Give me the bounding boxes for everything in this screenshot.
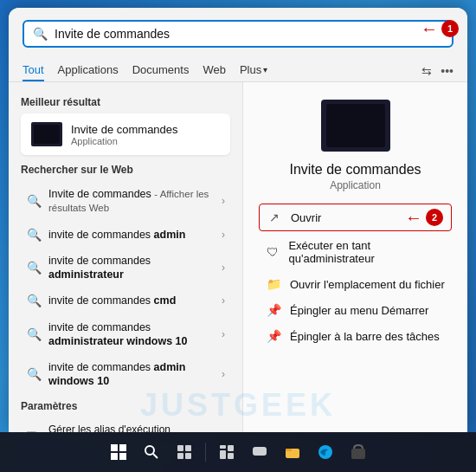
best-result-app-type: Application bbox=[71, 136, 178, 146]
svg-rect-7 bbox=[185, 445, 191, 451]
taskbar-search-icon bbox=[144, 444, 159, 460]
web-search-title: Rechercher sur le Web bbox=[21, 164, 230, 176]
taskbar bbox=[0, 432, 476, 472]
list-item[interactable]: 🔍 invite de commandes adminwindows 10 › bbox=[21, 354, 230, 395]
svg-rect-6 bbox=[177, 445, 183, 451]
search-tabs: Tout Applications Documents Web Plus ▾ ⇆… bbox=[9, 56, 467, 82]
list-item[interactable]: 🔍 Invite de commandes - Afficher les rés… bbox=[21, 181, 230, 222]
chevron-right-icon-5: › bbox=[222, 328, 225, 340]
svg-rect-1 bbox=[119, 444, 126, 451]
open-icon: ↗ bbox=[267, 210, 282, 224]
widgets-icon bbox=[219, 444, 235, 460]
tab-icons: ⇆ ••• bbox=[421, 64, 453, 78]
more-icon[interactable]: ••• bbox=[441, 64, 453, 78]
pin-icon: 📌 bbox=[266, 303, 281, 317]
tab-web[interactable]: Web bbox=[203, 60, 226, 81]
chevron-down-icon: ▾ bbox=[263, 65, 267, 74]
svg-rect-8 bbox=[177, 453, 183, 459]
svg-marker-15 bbox=[256, 456, 259, 458]
arrow-icon-1: ← bbox=[421, 20, 438, 37]
taskview-button[interactable] bbox=[170, 438, 198, 466]
app-icon-large bbox=[321, 100, 390, 152]
store-icon bbox=[351, 444, 366, 460]
share-icon[interactable]: ⇆ bbox=[421, 64, 432, 78]
taskbar-pin-icon: 📌 bbox=[266, 329, 281, 343]
folder-icon: 📁 bbox=[266, 277, 281, 291]
pin-start-button[interactable]: 📌 Épingler au menu Démarrer bbox=[259, 297, 452, 323]
open-location-label: Ouvrir l'emplacement du fichier bbox=[290, 278, 445, 291]
svg-rect-17 bbox=[286, 449, 292, 451]
svg-rect-13 bbox=[228, 453, 234, 459]
cmd-screen-small bbox=[34, 125, 60, 144]
right-app-name: Invite de commandes bbox=[289, 162, 421, 178]
svg-rect-3 bbox=[119, 453, 126, 460]
list-item[interactable]: ☰ Gérer les alias d'exécutiond'applicati… bbox=[21, 417, 230, 433]
right-panel: Invite de commandes Application ↗ Ouvrir… bbox=[242, 82, 467, 432]
list-item[interactable]: 🔍 invite de commandes cmd › bbox=[21, 288, 230, 314]
admin-run-label: Exécuter en tant qu'administrateur bbox=[288, 239, 445, 265]
search-web-icon-6: 🔍 bbox=[26, 367, 42, 381]
admin-run-button[interactable]: 🛡 Exécuter en tant qu'administrateur bbox=[259, 233, 452, 271]
tab-more[interactable]: Plus ▾ bbox=[240, 60, 267, 81]
chevron-right-icon-3: › bbox=[222, 262, 225, 274]
store-button[interactable] bbox=[344, 438, 372, 466]
search-overlay: 🔍 ← 1 Tout Applications Documents Web Pl… bbox=[9, 8, 467, 432]
params-section: Paramètres ☰ Gérer les alias d'exécution… bbox=[21, 400, 230, 433]
svg-rect-0 bbox=[111, 444, 118, 451]
left-panel: Meilleur résultat Invite de commandes Ap… bbox=[9, 82, 242, 432]
action-list: ↗ Ouvrir ← 2 🛡 Exécuter en tant qu'admin… bbox=[259, 204, 452, 349]
edge-button[interactable] bbox=[312, 438, 339, 466]
search-input[interactable] bbox=[55, 27, 443, 41]
tab-applications[interactable]: Applications bbox=[58, 60, 119, 81]
arrow-icon-2: ← bbox=[405, 209, 422, 226]
explorer-button[interactable] bbox=[279, 438, 306, 466]
taskbar-divider bbox=[205, 443, 206, 462]
svg-line-5 bbox=[153, 454, 158, 458]
si-text-6a: invite de commandes admin bbox=[48, 361, 185, 373]
edge-icon bbox=[318, 444, 333, 460]
pin-start-label: Épingler au menu Démarrer bbox=[290, 304, 428, 317]
chevron-right-icon-4: › bbox=[222, 294, 225, 307]
windows-icon bbox=[111, 444, 126, 460]
search-box-area: 🔍 ← 1 bbox=[9, 8, 467, 56]
search-web-icon-4: 🔍 bbox=[26, 294, 42, 307]
si-text-3b: administrateur bbox=[48, 268, 124, 281]
tab-tout[interactable]: Tout bbox=[23, 60, 44, 81]
si-text-1: Invite de commandes bbox=[48, 188, 151, 200]
search-web-icon: 🔍 bbox=[26, 194, 42, 208]
search-button[interactable] bbox=[138, 438, 165, 466]
svg-rect-14 bbox=[253, 447, 267, 456]
si-text-3a: invite de commandes bbox=[48, 255, 151, 267]
list-item[interactable]: 🔍 invite de commandes administrateur win… bbox=[21, 314, 230, 355]
si-text-4: invite de commandes cmd bbox=[48, 294, 215, 307]
list-item[interactable]: 🔍 invite de commandesadministrateur › bbox=[21, 248, 230, 288]
ouvrir-wrapper: ↗ Ouvrir ← 2 bbox=[259, 204, 452, 231]
svg-rect-12 bbox=[220, 450, 226, 459]
taskview-icon bbox=[177, 444, 192, 460]
tab-documents[interactable]: Documents bbox=[132, 60, 190, 81]
widgets-button[interactable] bbox=[213, 438, 241, 466]
windows-button[interactable] bbox=[105, 438, 132, 466]
badge-1: 1 bbox=[441, 20, 459, 37]
search-web-icon-3: 🔍 bbox=[26, 261, 42, 275]
list-item[interactable]: 🔍 invite de commandes admin › bbox=[21, 222, 230, 248]
cmd-screen-large bbox=[326, 104, 385, 147]
pin-taskbar-label: Épingler à la barre des tâches bbox=[290, 330, 440, 343]
chat-button[interactable] bbox=[246, 438, 273, 466]
chevron-right-icon-6: › bbox=[222, 368, 225, 380]
search-web-icon-2: 🔍 bbox=[26, 228, 42, 242]
si-text-2: invite de commandes admin bbox=[48, 228, 215, 242]
web-search-section: Rechercher sur le Web 🔍 Invite de comman… bbox=[21, 164, 230, 395]
chat-icon bbox=[252, 444, 267, 460]
si-text-5: invite de commandes administrateur windo… bbox=[48, 320, 215, 349]
best-result-item[interactable]: Invite de commandes Application bbox=[21, 113, 230, 155]
best-result-title: Meilleur résultat bbox=[21, 96, 230, 108]
pin-taskbar-button[interactable]: 📌 Épingler à la barre des tâches bbox=[259, 323, 452, 349]
chevron-right-icon-2: › bbox=[222, 229, 225, 241]
open-location-button[interactable]: 📁 Ouvrir l'emplacement du fichier bbox=[259, 271, 452, 297]
svg-rect-11 bbox=[228, 445, 234, 451]
right-app-type: Application bbox=[330, 179, 381, 191]
params-title: Paramètres bbox=[21, 400, 230, 412]
best-result-text: Invite de commandes Application bbox=[71, 123, 178, 146]
search-web-icon-5: 🔍 bbox=[26, 327, 42, 341]
